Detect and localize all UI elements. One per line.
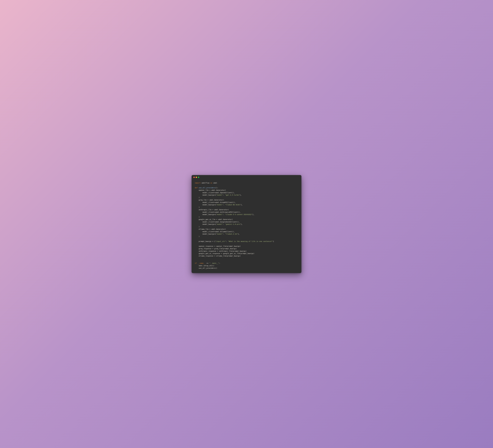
module-alias: adal <box>212 182 217 184</box>
code-text: : <box>223 214 225 215</box>
string-literal: "gemini-1.0-pro" <box>225 223 241 225</box>
code-text: : <box>219 262 220 264</box>
maximize-icon[interactable] <box>198 177 199 178</box>
string-literal: "llama3.2:1b" <box>225 233 238 235</box>
code-text: ) <box>195 216 200 218</box>
code-text: }, <box>240 194 242 196</box>
string-literal: "model" <box>216 223 223 225</box>
string-literal: "model" <box>216 233 223 235</box>
code-text: model_client=adal.GoogleGenAIClient(), <box>195 221 240 223</box>
code-text: anthropic_llm = adal.Generator( <box>195 209 229 211</box>
keyword-as: as <box>210 182 212 184</box>
code-text: groq_llm = adal.Generator( <box>195 199 224 201</box>
code-text: ) <box>195 197 200 198</box>
code-text: model_kwargs={ <box>195 233 216 235</box>
code-text: ollama_response = ollama_llm(prompt_kwar… <box>195 255 241 257</box>
code-text: ollama_llm = adal.Generator( <box>195 228 226 230</box>
code-text: model_client=adal.OllamaClient(), <box>195 231 235 232</box>
string-literal: "gpt-3.5-turbo" <box>225 194 240 196</box>
string-literal: "model" <box>216 194 223 196</box>
code-text: }, <box>238 233 240 235</box>
code-text: model_kwargs={ <box>195 223 216 225</box>
code-text: : <box>223 194 225 196</box>
function-name: use_all_providers <box>199 187 215 189</box>
code-text: } <box>273 240 274 242</box>
code-text: model_kwargs={ <box>195 214 216 215</box>
window-titlebar <box>191 175 302 180</box>
module-name: adalflow <box>201 182 210 184</box>
code-text: model_client=adal.OpenAIClient(), <box>195 192 235 194</box>
code-text: use_all_providers() <box>195 267 217 269</box>
string-literal: "claude-3-5-sonnet-20241022" <box>225 214 252 215</box>
code-window: import adalflow as adal def use_all_prov… <box>191 175 302 273</box>
code-text: ) <box>195 236 200 237</box>
code-text: }, <box>241 204 243 206</box>
string-literal: "__main__" <box>209 262 219 264</box>
code-text: ) <box>195 206 200 208</box>
code-text: == <box>205 262 209 264</box>
code-text: ) <box>195 226 200 228</box>
close-icon[interactable] <box>193 177 195 178</box>
string-literal: "model" <box>216 204 223 206</box>
code-text: model_client=adal.AnthropicAPIClient(), <box>195 211 241 213</box>
code-text: : <box>226 240 228 242</box>
dunder-name: __name__ <box>198 262 205 264</box>
code-text: : <box>223 233 225 235</box>
keyword-def: def <box>195 187 199 189</box>
code-text: adal.setup_env() <box>195 265 214 267</box>
string-literal: "llama3-8b-8192" <box>225 204 241 206</box>
code-text: google_gen_ai_response = google_gen_ai_l… <box>195 252 255 254</box>
code-text: }, <box>241 223 243 225</box>
code-text: model_kwargs={ <box>195 204 216 206</box>
code-text: openai_llm = adal.Generator( <box>195 189 226 191</box>
code-text: model_kwargs={ <box>195 194 216 196</box>
code-text: (): <box>215 187 218 189</box>
code-text: : <box>223 223 225 225</box>
keyword-import: import <box>195 182 201 184</box>
string-literal: "input_str" <box>215 240 226 242</box>
code-block: import adalflow as adal def use_all_prov… <box>191 180 302 273</box>
minimize-icon[interactable] <box>196 177 197 178</box>
code-text: prompt_kwargs = { <box>195 240 215 242</box>
code-text: openai_response = openai_llm(prompt_kwar… <box>195 245 241 247</box>
string-literal: "What is the meaning of life in one sent… <box>228 240 273 242</box>
keyword-if: if <box>195 262 198 264</box>
code-text: google_gen_ai_llm = adal.Generator( <box>195 219 233 220</box>
code-text: model_client=adal.GroqAPIClient(), <box>195 201 236 203</box>
string-literal: "model" <box>216 214 223 215</box>
code-text: }, <box>252 214 254 215</box>
code-text: : <box>223 204 225 206</box>
code-text: groq_response = groq_llm(prompt_kwargs) <box>195 248 237 250</box>
code-text: anthropic_response = anthropic_llm(promp… <box>195 250 246 252</box>
